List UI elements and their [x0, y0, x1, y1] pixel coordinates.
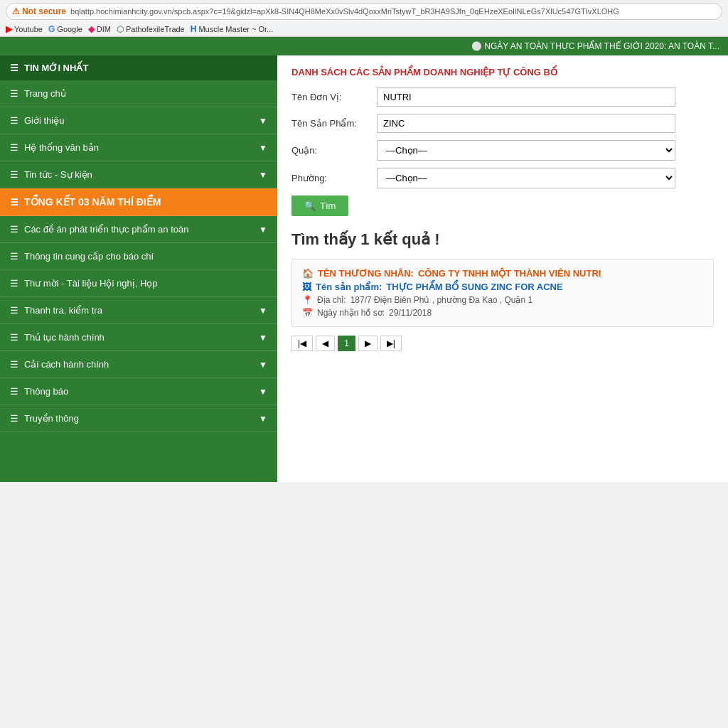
house-icon: 🏠	[302, 268, 314, 279]
ten-don-vi-row: Tên Đơn Vị:	[291, 87, 714, 107]
ten-don-vi-input[interactable]	[377, 87, 675, 107]
bookmark-youtube[interactable]: ▶ Youtube	[6, 24, 43, 34]
search-button[interactable]: 🔍 Tìm	[291, 196, 348, 216]
result-count: Tìm thấy 1 kết quả !	[291, 230, 714, 249]
browser-chrome: ⚠ Not secure bqlattp.hochimianhcity.gov.…	[0, 3, 728, 37]
chevron-down-icon: ▼	[259, 360, 267, 370]
sidebar-item-trang-chu[interactable]: Trang chủ	[0, 80, 277, 107]
ten-don-vi-label: Tên Đơn Vị:	[291, 92, 377, 102]
pagination: |◀ ◀ 1 ▶ ▶|	[291, 336, 714, 351]
sidebar-item-he-thong-van-ban[interactable]: Hệ thống văn bản ▼	[0, 134, 277, 161]
main-content: DANH SÁCH CÁC SẢN PHẨM DOANH NGHIỆP TỰ C…	[277, 55, 728, 482]
sidebar-item-thu-tuc[interactable]: Thủ tục hành chính ▼	[0, 324, 277, 351]
chevron-down-icon: ▼	[259, 414, 267, 424]
address-prefix: Địa chỉ:	[317, 295, 346, 305]
quan-row: Quận: —Chọn—	[291, 140, 714, 161]
phuong-row: Phường: —Chọn—	[291, 168, 714, 188]
page-wrapper: TIN MỚI NHẤT Trang chủ Giới thiệu ▼ Hệ t…	[0, 55, 728, 482]
ten-san-pham-input[interactable]	[377, 114, 675, 133]
sidebar-item-thong-tin-bao-chi[interactable]: Thông tin cung cấp cho báo chí	[0, 243, 277, 270]
sidebar: TIN MỚI NHẤT Trang chủ Giới thiệu ▼ Hệ t…	[0, 55, 277, 482]
product-prefix: Tên sản phẩm:	[316, 282, 382, 292]
ten-san-pham-row: Tên Sản Phẩm:	[291, 114, 714, 133]
page-next-button[interactable]: ▶	[358, 336, 378, 351]
sidebar-item-cac-de-an[interactable]: Các đề án phát triển thực phẩm an toàn ▼	[0, 216, 277, 243]
phuong-label: Phường:	[291, 173, 377, 183]
bookmark-muscle[interactable]: H Muscle Master ~ Or...	[191, 24, 274, 34]
bookmark-google[interactable]: G Google	[48, 24, 82, 34]
result-date: 📅 Ngày nhận hồ sơ: 29/11/2018	[302, 308, 703, 318]
sidebar-header: TIN MỚI NHẤT	[0, 55, 277, 80]
list-icon	[10, 386, 18, 397]
pin-icon: 📍	[302, 295, 313, 305]
list-icon	[10, 413, 18, 424]
quan-label: Quận:	[291, 145, 377, 156]
product-icon: 🖼	[302, 282, 311, 292]
address-value: 187/7 Điện Biên Phủ , phường Đa Kao , Qu…	[350, 295, 532, 305]
product-name: THỰC PHẨM BỔ SUNG ZINC FOR ACNE	[386, 282, 562, 292]
company-prefix: TÊN THƯƠNG NHÂN:	[318, 268, 414, 279]
result-company: 🏠 TÊN THƯƠNG NHÂN: CÔNG TY TNHH MỘT THÀN…	[302, 268, 703, 279]
page-prev-button[interactable]: ◀	[316, 336, 335, 351]
page-current-button[interactable]: 1	[338, 336, 355, 351]
sidebar-item-thong-bao[interactable]: Thông báo ▼	[0, 378, 277, 405]
top-banner: ⚪ NGÀY AN TOÀN THỰC PHẨM THẾ GIỚI 2020: …	[0, 37, 728, 55]
sidebar-item-gioi-thieu[interactable]: Giới thiệu ▼	[0, 107, 277, 134]
list-icon	[10, 251, 18, 262]
list-icon	[10, 224, 18, 235]
list-icon	[10, 115, 18, 126]
sidebar-item-truyen-thong[interactable]: Truyền thông ▼	[0, 405, 277, 432]
result-address: 📍 Địa chỉ: 187/7 Điện Biên Phủ , phường …	[302, 295, 703, 305]
list-icon	[10, 142, 18, 153]
list-icon	[10, 278, 18, 289]
list-icon	[10, 332, 18, 343]
address-bar[interactable]: ⚠ Not secure bqlattp.hochimianhcity.gov.…	[6, 3, 722, 20]
search-icon: 🔍	[304, 200, 316, 211]
section-title: DANH SÁCH CÁC SẢN PHẨM DOANH NGHIỆP TỰ C…	[291, 67, 714, 77]
sidebar-item-tin-tuc[interactable]: Tin tức - Sự kiện ▼	[0, 161, 277, 188]
sidebar-item-thanh-tra[interactable]: Thanh tra, kiểm tra ▼	[0, 297, 277, 324]
bookmarks-bar: ▶ Youtube G Google ◆ DIM ⬡ PathofexileTr…	[0, 23, 728, 36]
list-icon	[10, 359, 18, 370]
list-icon	[10, 305, 18, 316]
calendar-icon: 📅	[302, 308, 313, 318]
list-icon	[10, 88, 18, 99]
company-name: CÔNG TY TNHH MỘT THÀNH VIÊN NUTRI	[418, 268, 601, 279]
chevron-down-icon: ▼	[259, 170, 267, 180]
date-value: 29/11/2018	[389, 308, 432, 318]
page-last-button[interactable]: ▶|	[380, 336, 402, 351]
page-first-button[interactable]: |◀	[291, 336, 313, 351]
url-text: bqlattp.hochimianhcity.gov.vn/spcb.aspx?…	[70, 7, 619, 16]
chevron-down-icon: ▼	[259, 143, 267, 153]
ten-san-pham-label: Tên Sản Phẩm:	[291, 118, 377, 129]
quan-select[interactable]: —Chọn—	[377, 140, 675, 161]
list-icon	[10, 169, 18, 180]
sidebar-item-tong-ket[interactable]: TỔNG KẾT 03 NĂM THÍ ĐIỂM	[0, 188, 277, 216]
not-secure-indicator: ⚠ Not secure	[12, 6, 66, 16]
bookmark-pathofexile[interactable]: ⬡ PathofexileTrade	[117, 24, 185, 34]
chevron-down-icon: ▼	[259, 333, 267, 343]
phuong-select[interactable]: —Chọn—	[377, 168, 675, 188]
chevron-down-icon: ▼	[259, 306, 267, 316]
list-icon	[10, 63, 18, 73]
bookmark-dim[interactable]: ◆ DIM	[88, 24, 111, 34]
list-icon	[10, 196, 18, 208]
chevron-down-icon: ▼	[259, 225, 267, 235]
result-product: 🖼 Tên sản phẩm: THỰC PHẨM BỔ SUNG ZINC F…	[302, 282, 703, 292]
sidebar-item-thu-moi[interactable]: Thư mời - Tài liệu Hội nghị, Họp	[0, 270, 277, 297]
sidebar-item-cai-cach[interactable]: Cải cách hành chính ▼	[0, 351, 277, 378]
chevron-down-icon: ▼	[259, 116, 267, 126]
chevron-down-icon: ▼	[259, 387, 267, 397]
date-prefix: Ngày nhận hồ sơ:	[317, 308, 385, 318]
result-card: 🏠 TÊN THƯƠNG NHÂN: CÔNG TY TNHH MỘT THÀN…	[291, 259, 714, 327]
